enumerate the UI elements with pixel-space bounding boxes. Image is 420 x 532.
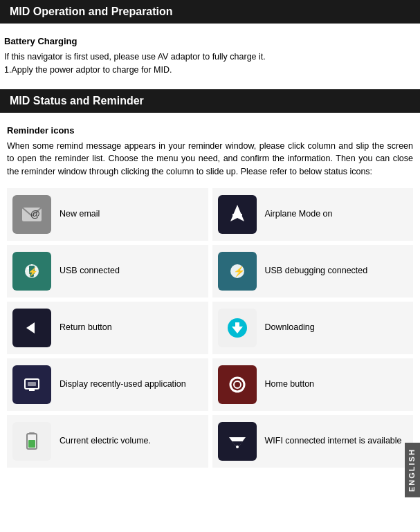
email-label: New email (60, 208, 100, 221)
download-icon (225, 315, 250, 340)
icon-cell-return: Return button (7, 302, 208, 354)
home-icon (225, 372, 250, 397)
svg-text:⚡: ⚡ (28, 266, 38, 277)
svg-marker-2 (230, 205, 244, 221)
icon-cell-download: Downloading (212, 302, 414, 354)
usb-debug-icon-box: ⚡ (218, 252, 257, 291)
svg-point-28 (236, 446, 239, 448)
icons-grid: @ New email Airplane Mode on (4, 188, 416, 468)
recent-icon (19, 372, 44, 397)
wifi-icon-box (218, 422, 257, 461)
wifi-icon (225, 429, 250, 454)
airplane-icon-box (218, 195, 257, 234)
status-section: Reminder icons When some remind message … (0, 120, 420, 473)
svg-text:⚡: ⚡ (233, 266, 246, 277)
battery-section: Battery Charging If this navigator is fi… (0, 30, 420, 89)
usb-label: USB connected (60, 265, 120, 277)
return-icon-box (12, 309, 51, 347)
svg-point-21 (230, 378, 244, 392)
battery-icon-box (12, 422, 51, 461)
wifi-label: WIFI connected internet is available (265, 435, 402, 448)
icon-cell-usb-debug: ⚡ USB debugging connected (212, 245, 414, 297)
return-icon (19, 315, 44, 340)
usb-debug-icon: ⚡ (225, 259, 250, 284)
battery-title: Battery Charging (4, 36, 416, 46)
svg-rect-16 (235, 322, 239, 328)
usb-debug-label: USB debugging connected (265, 265, 368, 277)
battery-line2: 1.Apply the power adptor to charge for M… (4, 65, 172, 75)
icon-cell-wifi: WIFI connected internet is available (212, 415, 414, 468)
email-icon: @ (19, 202, 44, 227)
recent-icon-box (12, 365, 51, 404)
svg-rect-18 (28, 382, 36, 386)
icon-cell-airplane: Airplane Mode on (212, 188, 414, 241)
home-label: Home button (265, 378, 315, 391)
airplane-label: Airplane Mode on (265, 208, 333, 221)
battery-status-icon (19, 429, 44, 454)
reminder-body: When some remind message appears in your… (4, 140, 416, 178)
header2-title: MID Status and Reminder (10, 95, 144, 107)
icon-cell-email: @ New email (7, 188, 208, 241)
header1-title: MID Operation and Preparation (10, 6, 173, 17)
download-label: Downloading (265, 322, 315, 334)
airplane-icon (225, 202, 250, 227)
battery-text: If this navigator is first used, please … (4, 51, 416, 77)
battery-status-label: Current electric volume. (60, 435, 151, 448)
reminder-title: Reminder icons (4, 125, 416, 136)
svg-text:@: @ (30, 208, 40, 219)
icon-cell-home: Home button (212, 358, 414, 411)
svg-marker-13 (26, 322, 35, 333)
download-icon-box (218, 309, 257, 347)
section-header-1: MID Operation and Preparation (0, 0, 420, 24)
svg-rect-24 (29, 432, 35, 434)
battery-line1: If this navigator is first used, please … (4, 52, 266, 62)
icon-cell-recent: Display recently-used application (7, 358, 208, 411)
usb-icon-box: ⚡ (12, 252, 51, 291)
home-icon-box (218, 365, 257, 404)
icon-cell-battery: Current electric volume. (7, 415, 208, 468)
svg-rect-25 (28, 440, 35, 448)
svg-rect-3 (232, 214, 242, 216)
recent-label: Display recently-used application (60, 378, 186, 391)
english-label: ENGLISH (408, 448, 416, 492)
english-sidebar: ENGLISH (405, 443, 420, 497)
svg-point-22 (234, 381, 241, 388)
return-label: Return button (60, 322, 112, 334)
icon-cell-usb: ⚡ USB connected (7, 245, 208, 297)
section-header-2: MID Status and Reminder (0, 89, 420, 113)
email-icon-box: @ (12, 195, 51, 234)
usb-icon: ⚡ (19, 259, 44, 284)
